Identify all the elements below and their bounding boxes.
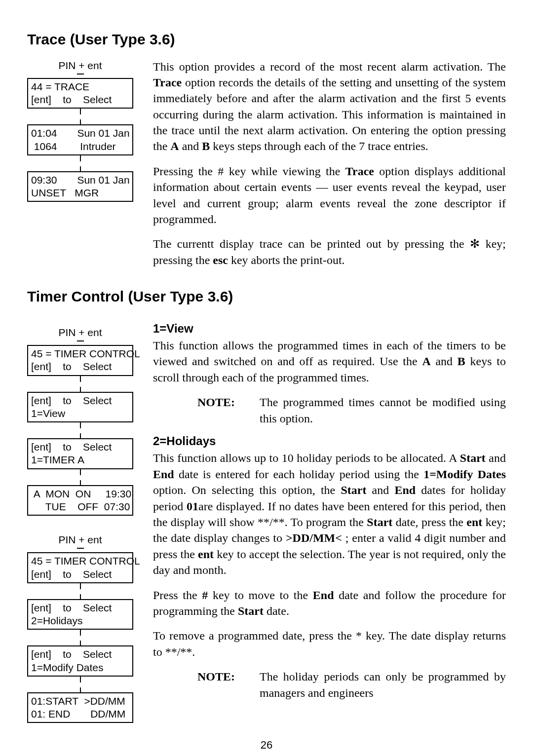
- lcd-line: 44 = TRACE: [31, 81, 89, 92]
- connector-icon: [80, 109, 81, 114]
- timer2-lcd-3: [ent] to Select 1=Modify Dates: [27, 645, 133, 677]
- connector-icon: [80, 387, 81, 392]
- connector-icon: [80, 166, 81, 171]
- holidays-para-2: Press the # key to move to the End date …: [153, 587, 506, 619]
- connector-icon: [80, 155, 81, 161]
- connector-icon: [80, 594, 81, 599]
- trace-body: This option provides a record of the mos…: [153, 59, 506, 277]
- lcd-line: [ent] to Select: [31, 395, 112, 406]
- connector-icon: [80, 119, 81, 124]
- timer-diagram-1: PIN + ent 45 = TIMER CONTROL [ent] to Se…: [27, 316, 133, 723]
- subheading-holidays: 2=Holidays: [153, 433, 506, 449]
- timer1-lcd-3: [ent] to Select 1=TIMER A: [27, 438, 133, 469]
- lcd-line: [ent] to Select: [31, 602, 112, 613]
- lcd-line: [ent] to Select: [31, 361, 112, 372]
- holidays-para-1: This function allows up to 10 holiday pe…: [153, 450, 506, 578]
- timer2-lcd-2: [ent] to Select 2=Holidays: [27, 599, 133, 630]
- lcd-line: 01: END DD/MM: [31, 708, 125, 719]
- lcd-line: [ent] to Select: [31, 94, 112, 105]
- note-2: NOTE: The holiday periods can only be pr…: [197, 669, 506, 701]
- connector-icon: [77, 340, 84, 345]
- trace-pin-label: PIN + ent: [27, 59, 133, 73]
- note-label: NOTE:: [197, 394, 235, 426]
- lcd-line: 01:START >DD/MM: [31, 695, 125, 707]
- connector-icon: [80, 376, 81, 382]
- trace-para-3: The currentt display trace can be printe…: [153, 236, 506, 268]
- lcd-line: 1=View: [31, 408, 65, 419]
- connector-icon: [77, 74, 84, 78]
- lcd-line: 1=Modify Dates: [31, 662, 104, 673]
- note-1: NOTE: The programmed times cannot be mod…: [197, 394, 506, 426]
- note-text: The programmed times cannot be modified …: [260, 394, 506, 426]
- holidays-para-3: To remove a programmed date, press the *…: [153, 628, 506, 660]
- lcd-line: [ent] to Select: [31, 648, 112, 660]
- trace-lcd-2: 01:04 Sun 01 Jan 1064 Intruder: [27, 124, 133, 155]
- timer1-lcd-1: 45 = TIMER CONTROL [ent] to Select: [27, 345, 133, 376]
- timer1-lcd-2: [ent] to Select 1=View: [27, 392, 133, 423]
- lcd-line: UNSET MGR: [31, 187, 99, 198]
- connector-icon: [80, 422, 81, 428]
- connector-icon: [80, 641, 81, 645]
- connector-icon: [80, 469, 81, 475]
- timer1-pin-label: PIN + ent: [27, 326, 133, 340]
- connector-icon: [80, 583, 81, 589]
- connector-icon: [80, 480, 81, 485]
- trace-diagram: PIN + ent 44 = TRACE [ent] to Select 01:…: [27, 59, 133, 202]
- timer2-lcd-1: 45 = TIMER CONTROL [ent] to Select: [27, 552, 133, 583]
- lcd-line: 45 = TIMER CONTROL: [31, 555, 140, 567]
- lcd-line: A MON ON 19:30: [31, 488, 131, 499]
- view-para: This function allows the programmed time…: [153, 338, 506, 385]
- connector-icon: [80, 630, 81, 636]
- subheading-view: 1=View: [153, 321, 506, 337]
- lcd-line: 2=Holidays: [31, 615, 82, 626]
- trace-lcd-1: 44 = TRACE [ent] to Select: [27, 78, 133, 109]
- heading-trace: Trace (User Type 3.6): [27, 30, 506, 50]
- lcd-line: [ent] to Select: [31, 568, 112, 580]
- heading-timer: Timer Control (User Type 3.6): [27, 287, 506, 307]
- note-text: The holiday periods can only be programm…: [260, 669, 506, 701]
- connector-icon: [77, 548, 84, 552]
- timer-body: 1=View This function allows the programm…: [153, 316, 506, 708]
- lcd-line: [ent] to Select: [31, 441, 112, 453]
- trace-para-2: Pressing the # key while viewing the Tra…: [153, 163, 506, 227]
- page-number: 26: [27, 738, 506, 753]
- lcd-line: 45 = TIMER CONTROL: [31, 348, 140, 359]
- timer2-lcd-4: 01:START >DD/MM 01: END DD/MM: [27, 692, 133, 723]
- trace-lcd-3: 09:30 Sun 01 Jan UNSET MGR: [27, 171, 133, 202]
- lcd-line: TUE OFF 07:30: [31, 501, 130, 512]
- trace-para-1: This option provides a record of the mos…: [153, 59, 506, 154]
- lcd-line: 1=TIMER A: [31, 454, 84, 465]
- lcd-line: 09:30 Sun 01 Jan: [31, 174, 130, 186]
- note-label: NOTE:: [197, 669, 235, 701]
- lcd-line: 01:04 Sun 01 Jan: [31, 127, 130, 139]
- connector-icon: [80, 677, 81, 682]
- timer1-lcd-4: A MON ON 19:30 TUE OFF 07:30: [27, 485, 133, 516]
- connector-icon: [80, 433, 81, 438]
- lcd-line: 1064 Intruder: [31, 141, 116, 152]
- timer2-pin-label: PIN + ent: [27, 533, 133, 547]
- connector-icon: [80, 687, 81, 692]
